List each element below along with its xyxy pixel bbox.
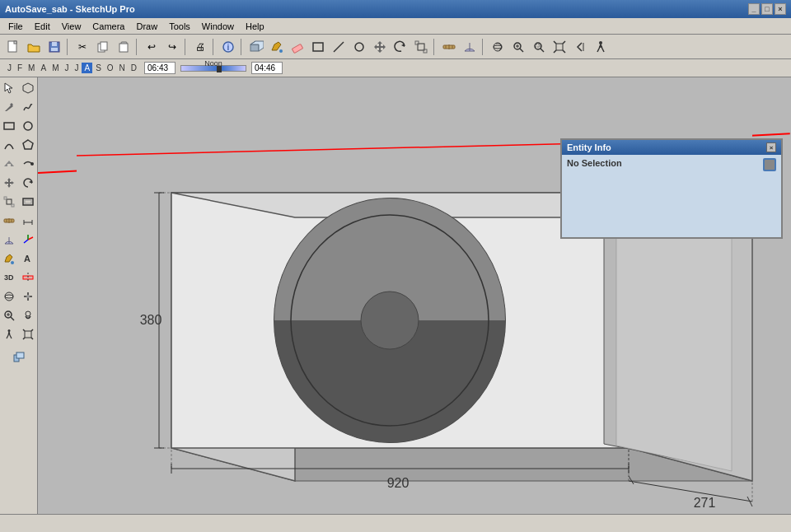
polygon-tool-button[interactable] bbox=[19, 136, 37, 154]
print-button[interactable]: 🖨 bbox=[190, 37, 210, 57]
time-end-input[interactable] bbox=[251, 62, 283, 74]
model-info-button[interactable]: i bbox=[218, 37, 238, 57]
menu-draw[interactable]: Draw bbox=[131, 20, 162, 33]
walk-button[interactable] bbox=[591, 37, 611, 57]
menu-camera[interactable]: Camera bbox=[87, 20, 129, 33]
save-button[interactable] bbox=[44, 37, 64, 57]
arc-tool-button[interactable] bbox=[0, 136, 18, 154]
tape-tool-button[interactable] bbox=[0, 212, 18, 230]
circle-draw-tool-button[interactable] bbox=[19, 117, 37, 135]
month-apr[interactable]: A bbox=[38, 63, 49, 73]
scale-tool-button[interactable] bbox=[0, 193, 18, 211]
svg-rect-46 bbox=[25, 200, 31, 203]
month-feb[interactable]: F bbox=[15, 63, 25, 73]
previous-view-button[interactable] bbox=[570, 37, 590, 57]
component-tool-button[interactable] bbox=[19, 79, 37, 97]
svg-point-39 bbox=[24, 122, 32, 130]
offset-tool-button[interactable] bbox=[19, 193, 37, 211]
month-may[interactable]: M bbox=[49, 63, 61, 73]
maximize-button[interactable]: □ bbox=[761, 3, 773, 15]
paste-button[interactable] bbox=[114, 37, 133, 57]
month-jan[interactable]: J bbox=[5, 63, 14, 73]
toolbar-separator-7 bbox=[482, 39, 485, 55]
push-pull-tool-button[interactable] bbox=[0, 155, 18, 173]
zoom-extents-button[interactable] bbox=[550, 37, 569, 57]
protractor-tool-button[interactable] bbox=[0, 231, 18, 249]
month-dec[interactable]: D bbox=[129, 63, 139, 73]
menu-file[interactable]: File bbox=[3, 20, 28, 33]
svg-point-70 bbox=[26, 311, 30, 316]
svg-rect-106 bbox=[765, 160, 775, 170]
no-selection-label: No Selection bbox=[567, 158, 622, 168]
component-library-button[interactable] bbox=[10, 348, 28, 366]
month-sep[interactable]: S bbox=[93, 63, 104, 73]
pencil-tool-button[interactable] bbox=[0, 98, 18, 116]
copy-button[interactable] bbox=[93, 37, 113, 57]
dimension-tool-button[interactable] bbox=[19, 212, 37, 230]
zoom-window-button[interactable] bbox=[529, 37, 549, 57]
circle-button[interactable] bbox=[349, 37, 369, 57]
zoom-tool-button[interactable] bbox=[0, 306, 18, 324]
month-mar[interactable]: M bbox=[26, 63, 37, 73]
month-jul[interactable]: J bbox=[72, 63, 81, 73]
freehand-tool-button[interactable] bbox=[19, 98, 37, 116]
axes-tool-button[interactable] bbox=[19, 231, 37, 249]
undo-button[interactable]: ↩ bbox=[142, 37, 161, 57]
menu-view[interactable]: View bbox=[57, 20, 87, 33]
move-tool-button[interactable] bbox=[0, 174, 18, 192]
look-around-tool-button[interactable] bbox=[19, 306, 37, 324]
new-button[interactable] bbox=[3, 37, 23, 57]
move-button[interactable] bbox=[370, 37, 390, 57]
rotate-tool-button[interactable] bbox=[19, 174, 37, 192]
menu-edit[interactable]: Edit bbox=[30, 20, 55, 33]
svg-rect-43 bbox=[4, 197, 7, 199]
viewport[interactable]: 380 920 271 Entity Info × No bbox=[38, 77, 791, 514]
zoom-extents-tool-button[interactable] bbox=[19, 325, 37, 343]
eraser-button[interactable] bbox=[288, 37, 307, 57]
redo-button[interactable]: ↪ bbox=[162, 37, 182, 57]
rect-tool-button[interactable] bbox=[0, 117, 18, 135]
paint-tool-button[interactable] bbox=[0, 250, 18, 268]
svg-line-55 bbox=[28, 237, 33, 240]
cut-button[interactable]: ✂ bbox=[73, 37, 92, 57]
walk-tool-button[interactable] bbox=[0, 325, 18, 343]
pan-tool-button[interactable] bbox=[19, 287, 37, 306]
section-plane-tool-button[interactable] bbox=[19, 268, 37, 287]
follow-me-tool-button[interactable] bbox=[19, 155, 37, 173]
svg-point-26 bbox=[494, 45, 502, 49]
svg-rect-1 bbox=[14, 41, 16, 44]
month-aug[interactable]: A bbox=[82, 63, 92, 73]
svg-marker-40 bbox=[23, 140, 33, 149]
time-slider[interactable]: Noon bbox=[180, 65, 246, 72]
select-tool-button[interactable] bbox=[0, 79, 18, 97]
3d-text-tool-button[interactable]: 3D bbox=[0, 268, 18, 287]
open-button[interactable] bbox=[24, 37, 44, 57]
toolbar-separator-6 bbox=[433, 39, 437, 55]
entity-info-content: No Selection bbox=[562, 155, 781, 237]
entity-info-panel: Entity Info × No Selection bbox=[560, 138, 783, 239]
left-toolbar: A 3D bbox=[0, 77, 38, 514]
menu-window[interactable]: Window bbox=[197, 20, 239, 33]
orbit-tool-button[interactable] bbox=[0, 287, 18, 306]
menu-help[interactable]: Help bbox=[241, 20, 269, 33]
rectangle-button[interactable] bbox=[308, 37, 328, 57]
tape-measure-button[interactable] bbox=[439, 37, 459, 57]
month-nov[interactable]: N bbox=[117, 63, 128, 73]
text-tool-button[interactable]: A bbox=[19, 250, 37, 268]
orbit-button[interactable] bbox=[488, 37, 508, 57]
month-jun[interactable]: J bbox=[62, 63, 71, 73]
close-button[interactable]: × bbox=[775, 3, 786, 15]
rotate-button[interactable] bbox=[391, 37, 410, 57]
entity-info-close-button[interactable]: × bbox=[766, 142, 776, 152]
time-start-input[interactable] bbox=[144, 62, 176, 74]
protractor-button[interactable] bbox=[460, 37, 480, 57]
month-oct[interactable]: O bbox=[105, 63, 116, 73]
zoom-button[interactable] bbox=[508, 37, 528, 57]
svg-rect-33 bbox=[536, 44, 540, 47]
push-pull-button[interactable] bbox=[246, 37, 266, 57]
minimize-button[interactable]: _ bbox=[748, 3, 760, 15]
scale-button[interactable] bbox=[411, 37, 431, 57]
line-button[interactable] bbox=[329, 37, 349, 57]
menu-tools[interactable]: Tools bbox=[164, 20, 195, 33]
paint-bucket-button[interactable] bbox=[267, 37, 287, 57]
